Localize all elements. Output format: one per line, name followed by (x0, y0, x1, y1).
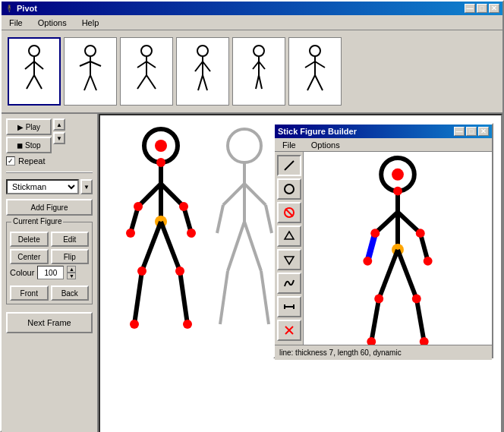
next-frame-button[interactable]: Next Frame (6, 312, 93, 333)
svg-line-81 (375, 212, 398, 233)
svg-line-29 (259, 75, 262, 89)
main-stickman[interactable] (123, 123, 199, 336)
center-button[interactable]: Center (10, 249, 49, 264)
menu-bar: File Options Help (2, 15, 502, 30)
svg-line-83 (398, 212, 421, 233)
sfb-tool-ban[interactable] (277, 202, 301, 223)
svg-point-95 (374, 295, 383, 304)
sfb-maximize-button[interactable]: □ (466, 127, 477, 136)
play-button[interactable]: ▶ Play (6, 118, 52, 135)
sfb-canvas[interactable] (304, 152, 492, 345)
colour-up-button[interactable]: ▲ (67, 266, 76, 273)
frame-2[interactable] (64, 37, 117, 106)
svg-line-8 (80, 61, 90, 66)
svg-point-57 (228, 129, 261, 162)
sfb-tool-resize[interactable] (277, 296, 301, 317)
canvas-area[interactable]: Stick Figure Builder — □ ✕ File Options (99, 114, 502, 432)
back-button[interactable]: Back (51, 285, 90, 301)
colour-row: Colour 100 ▲ ▼ (10, 266, 89, 279)
svg-line-22 (198, 75, 203, 90)
figure-buttons: Delete Edit Center Flip (10, 232, 89, 264)
figure-scroll-button[interactable]: ▼ (80, 179, 93, 194)
delete-button[interactable]: Delete (10, 232, 49, 247)
edit-button[interactable]: Edit (51, 232, 90, 247)
svg-line-2 (25, 61, 34, 69)
repeat-checkbox[interactable]: ✓ (6, 156, 15, 166)
svg-line-21 (203, 61, 210, 71)
svg-line-15 (146, 61, 156, 68)
svg-marker-71 (285, 232, 294, 239)
svg-marker-72 (285, 257, 294, 264)
scroll-down-button[interactable]: ▼ (53, 132, 65, 144)
frame-4[interactable] (176, 37, 229, 106)
front-button[interactable]: Front (10, 285, 49, 301)
sfb-tool-arrow-down[interactable] (277, 249, 301, 270)
svg-line-28 (256, 75, 259, 89)
svg-line-32 (305, 61, 315, 68)
svg-line-62 (266, 205, 272, 233)
svg-line-23 (203, 75, 207, 90)
svg-point-24 (254, 46, 264, 56)
stop-button[interactable]: ◼ Stop (6, 137, 52, 153)
svg-point-0 (29, 46, 39, 56)
sfb-menu-options[interactable]: Options (307, 139, 345, 151)
sfb-tool-delete[interactable] (277, 320, 301, 341)
svg-line-33 (315, 61, 325, 68)
svg-line-45 (134, 271, 142, 324)
svg-line-70 (285, 209, 293, 216)
colour-down-button[interactable]: ▼ (67, 273, 76, 279)
colour-label: Colour (10, 268, 34, 277)
flip-button[interactable]: Flip (51, 249, 90, 264)
figure-select[interactable]: Stickman (6, 179, 79, 194)
svg-point-93 (416, 229, 425, 238)
frames-strip (2, 30, 502, 114)
svg-point-56 (183, 320, 192, 329)
sfb-tool-arrow-up[interactable] (277, 225, 301, 247)
menu-help[interactable]: Help (77, 17, 104, 29)
sfb-window-title: Stick Figure Builder (278, 127, 357, 136)
svg-line-60 (217, 205, 223, 233)
left-panel: ▶ Play ◼ Stop ✓ Repeat ▲ ▼ Stickman (2, 114, 99, 432)
svg-point-96 (367, 337, 376, 345)
svg-line-16 (137, 75, 146, 89)
playback-buttons: ▶ Play ◼ Stop ✓ Repeat (6, 118, 52, 166)
svg-point-90 (393, 187, 402, 196)
svg-line-89 (417, 298, 424, 342)
frame-3[interactable] (120, 37, 173, 106)
svg-point-49 (134, 202, 143, 211)
menu-file[interactable]: File (5, 17, 27, 29)
svg-point-98 (420, 337, 429, 345)
sfb-tool-circle[interactable] (277, 178, 301, 200)
svg-line-41 (161, 184, 184, 207)
frame-6[interactable] (288, 37, 342, 106)
minimize-button[interactable]: — (465, 4, 475, 13)
sfb-tool-snake[interactable] (277, 273, 301, 294)
sfb-title-bar: Stick Figure Builder — □ ✕ (275, 125, 492, 138)
svg-line-44 (142, 222, 161, 271)
figure-select-row: Stickman ▼ (6, 179, 93, 194)
scroll-buttons: ▲ ▼ (53, 118, 65, 144)
svg-point-68 (285, 184, 294, 194)
sfb-minimize-button[interactable]: — (454, 127, 465, 136)
svg-point-55 (175, 266, 184, 276)
scroll-up-button[interactable]: ▲ (53, 118, 65, 131)
svg-line-4 (27, 75, 34, 89)
add-figure-button[interactable]: Add Figure (6, 199, 93, 216)
svg-point-50 (126, 229, 135, 238)
window-title: Pivot (17, 4, 37, 13)
frame-1[interactable] (8, 37, 61, 106)
frame-5[interactable] (232, 37, 285, 106)
sfb-close-button[interactable]: ✕ (478, 127, 489, 136)
colour-input[interactable]: 100 (37, 266, 64, 279)
svg-line-20 (195, 61, 203, 71)
close-button[interactable]: ✕ (489, 4, 499, 13)
svg-point-6 (85, 46, 96, 56)
maximize-button[interactable]: □ (477, 4, 487, 13)
sfb-menu-file[interactable]: File (278, 139, 301, 151)
sfb-figure (304, 152, 492, 345)
menu-options[interactable]: Options (33, 17, 71, 29)
svg-point-92 (363, 257, 372, 266)
sfb-tool-line[interactable] (277, 155, 301, 176)
svg-line-9 (90, 61, 101, 66)
svg-point-30 (310, 46, 320, 56)
